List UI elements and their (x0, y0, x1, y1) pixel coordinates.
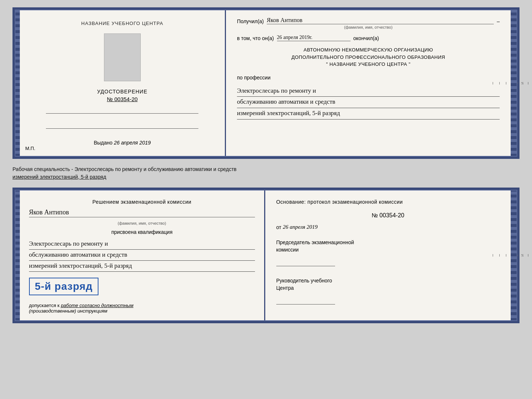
razryad-badge: 5-й разряд (29, 278, 99, 295)
desc-line1: Рабочая специальность - Электрослесарь п… (12, 166, 237, 172)
ot-prefix: от (276, 224, 281, 230)
bottom-cert-left-page: Решением экзаменационной комиссии Яков А… (20, 190, 265, 321)
vydano-prefix: Выдано (94, 140, 112, 146)
poluchil-value: Яков Антипов (267, 17, 494, 24)
fio-subtext-bottom: (фамилия, имя, отчество) (29, 221, 255, 225)
poluchil-row: Получил(а) Яков Антипов – (237, 17, 500, 24)
rukovoditel-sig-line (276, 304, 335, 304)
qual-line1: Электрослесарь по ремонту и (29, 239, 255, 250)
udost-section: УДОСТОВЕРЕНИЕ № 00354-20 (97, 89, 147, 102)
rukovoditel-label: Руководитель учебного Центра (276, 277, 500, 292)
bottom-cert-right-page: Основание: протокол экзаменационной коми… (265, 190, 511, 321)
dopusk-prefix: допускается к (29, 303, 60, 308)
chairman-line2: комиссии (276, 247, 299, 253)
top-certificate: НАЗВАНИЕ УЧЕБНОГО ЦЕНТРА УДОСТОВЕРЕНИЕ №… (12, 7, 520, 159)
profession-line1: Электрослесарь по ремонту и (237, 86, 500, 97)
rukovoditel-line2: Центра (276, 285, 294, 291)
chairman-label: Председатель экзаменационной комиссии (276, 239, 500, 253)
desc-line2: измерений электростанций, 5-й разряд (12, 174, 106, 180)
protocol-date-row: от 26 апреля 2019 (276, 224, 500, 230)
qual-line3: измерений электростанций, 5-й разряд (29, 261, 255, 272)
right-spine-decor (511, 10, 517, 157)
ot-date: 26 апреля 2019 (283, 224, 318, 230)
bottom-certificate: Решением экзаменационной комиссии Яков А… (12, 188, 520, 323)
rukovoditel-line1: Руководитель учебного (276, 278, 332, 284)
dopusk-text: допускается к работе согласно должностны… (29, 303, 255, 314)
po-professii-label: по профессии (237, 75, 500, 81)
vtom-prefix: в том, что он(а) (237, 35, 274, 41)
vydano-date: 26 апреля 2019 (114, 140, 151, 146)
org-line1: АВТОНОМНУЮ НЕКОММЕРЧЕСКУЮ ОРГАНИЗАЦИЮ (237, 46, 500, 54)
dash-after: – (497, 18, 500, 24)
name-handwritten: Яков Антипов (29, 209, 255, 217)
protocol-number: № 00354-20 (276, 212, 500, 219)
photo-placeholder (104, 33, 141, 81)
vtom-row: в том, что он(а) 26 апреля 2019г. окончи… (237, 35, 500, 41)
vydano-line: Выдано 26 апреля 2019 (94, 140, 151, 146)
profession-line3: измерений электростанций, 5-й разряд (237, 108, 500, 120)
left-spine-decor (15, 10, 20, 157)
dopusk-line2: (производственным) инструкциям (29, 308, 108, 314)
vtom-date: 26 апреля 2019г. (277, 35, 351, 41)
org-block-top: АВТОНОМНУЮ НЕКОММЕРЧЕСКУЮ ОРГАНИЗАЦИЮ ДО… (237, 46, 500, 68)
org-line2: ДОПОЛНИТЕЛЬНОГО ПРОФЕССИОНАЛЬНОГО ОБРАЗО… (237, 54, 500, 61)
udost-label: УДОСТОВЕРЕНИЕ (97, 89, 147, 95)
description-section: Рабочая специальность - Электрослесарь п… (12, 165, 520, 181)
dopusk-value: работе согласно должностным (61, 303, 133, 308)
signature-line-1 (46, 113, 198, 114)
signature-line-2 (46, 128, 198, 129)
resheniye-title: Решением экзаменационной комиссии (29, 199, 255, 205)
chairman-sig-line (276, 266, 335, 266)
mp-label: М.П. (25, 146, 35, 151)
bottom-left-spine (15, 190, 20, 321)
prisvoena-label: присвоена квалификация (29, 229, 255, 235)
profession-line2: обслуживанию автоматики и средств (237, 97, 500, 108)
profession-text: Электрослесарь по ремонту и обслуживанию… (237, 86, 500, 120)
org-line3: " НАЗВАНИЕ УЧЕБНОГО ЦЕНТРА " (237, 61, 500, 68)
bottom-right-spine (511, 190, 517, 321)
qual-line2: обслуживанию автоматики и средств (29, 250, 255, 261)
razryad-badge-container: 5-й разряд (29, 275, 255, 298)
fio-subtext-top: (фамилия, имя, отчество) (237, 25, 500, 29)
org-name-top: НАЗВАНИЕ УЧЕБНОГО ЦЕНТРА (81, 21, 163, 26)
top-cert-right-page: Получил(а) Яков Антипов – (фамилия, имя,… (226, 10, 511, 157)
qualification-text: Электрослесарь по ремонту и обслуживанию… (29, 239, 255, 272)
udost-number: № 00354-20 (97, 96, 147, 102)
okoncil-label: окончил(а) (353, 35, 379, 41)
top-cert-left-page: НАЗВАНИЕ УЧЕБНОГО ЦЕНТРА УДОСТОВЕРЕНИЕ №… (20, 10, 226, 157)
chairman-line1: Председатель экзаменационной (276, 239, 354, 245)
poluchil-label: Получил(а) (237, 18, 264, 24)
osnovaniye-label: Основание: протокол экзаменационной коми… (276, 199, 500, 205)
